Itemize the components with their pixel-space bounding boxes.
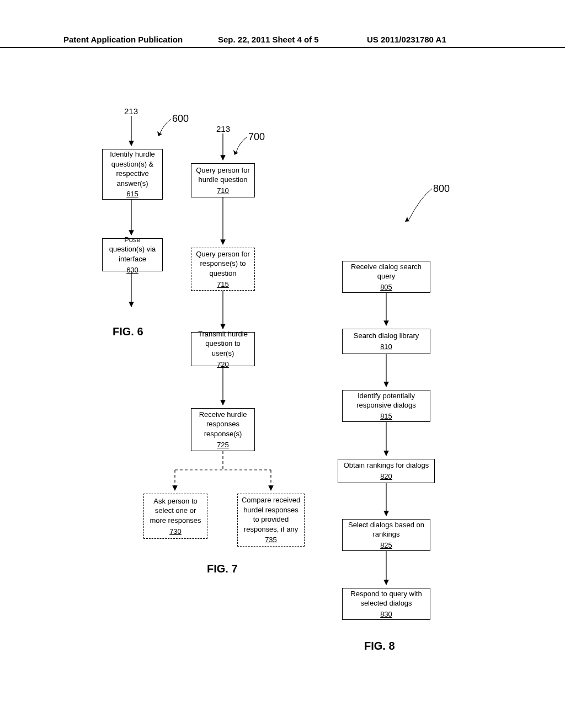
label-800: 800 xyxy=(433,183,450,195)
box-830: Respond to query with selected dialogs 8… xyxy=(342,588,430,620)
header-center: Sep. 22, 2011 Sheet 4 of 5 xyxy=(218,35,319,44)
label-213-b: 213 xyxy=(216,124,230,133)
box-735: Compare received hurdel responses to pro… xyxy=(237,494,305,547)
box-725-num: 725 xyxy=(217,440,229,450)
label-700: 700 xyxy=(248,131,265,143)
box-730-text: Ask person to select one or more respons… xyxy=(147,496,204,526)
box-730: Ask person to select one or more respons… xyxy=(143,494,207,539)
box-830-text: Respond to query with selected dialogs xyxy=(346,589,427,608)
box-815: Identify potentially responsive dialogs … xyxy=(342,390,430,422)
box-735-text: Compare received hurdel responses to pro… xyxy=(241,495,301,534)
box-630-text: Pose question(s) via interface xyxy=(106,235,159,264)
box-710-text: Query person for hurdle question xyxy=(195,165,251,185)
box-725-text: Receive hurdle responses response(s) xyxy=(195,410,251,439)
box-615-num: 615 xyxy=(126,189,138,199)
box-715-num: 715 xyxy=(217,280,229,290)
box-815-text: Identify potentially responsive dialogs xyxy=(346,391,427,410)
box-810: Search dialog library 810 xyxy=(342,329,430,354)
box-815-num: 815 xyxy=(380,411,392,421)
fig6-caption: FIG. 6 xyxy=(113,325,143,338)
header-right: US 2011/0231780 A1 xyxy=(367,35,446,44)
box-820-text: Obtain rankings for dialogs xyxy=(344,461,429,470)
box-720: Transmit hurdle question to user(s) 720 xyxy=(191,332,255,366)
label-600: 600 xyxy=(172,113,189,125)
box-820-num: 820 xyxy=(380,472,392,481)
connectors-svg xyxy=(0,0,565,728)
box-735-num: 735 xyxy=(265,535,277,545)
box-805: Receive dialog search query 805 xyxy=(342,261,430,293)
box-825: Select dialogs based on rankings 825 xyxy=(342,519,430,551)
header-rule xyxy=(0,47,565,48)
box-630-num: 630 xyxy=(126,265,138,275)
box-715-text: Query person for response(s) to question xyxy=(195,249,251,279)
box-615: Identify hurdle question(s) & respective… xyxy=(102,149,163,200)
box-725: Receive hurdle responses response(s) 725 xyxy=(191,408,255,451)
fig8-caption: FIG. 8 xyxy=(364,640,395,652)
box-615-text: Identify hurdle question(s) & respective… xyxy=(106,149,159,188)
box-820: Obtain rankings for dialogs 820 xyxy=(338,459,435,483)
box-710-num: 710 xyxy=(217,186,229,196)
box-810-num: 810 xyxy=(380,342,392,352)
box-710: Query person for hurdle question 710 xyxy=(191,163,255,197)
label-213-a: 213 xyxy=(124,106,138,116)
box-630: Pose question(s) via interface 630 xyxy=(102,238,163,271)
box-825-text: Select dialogs based on rankings xyxy=(346,520,427,539)
box-730-num: 730 xyxy=(169,527,182,537)
patent-page: Patent Application Publication Sep. 22, … xyxy=(0,0,565,728)
fig7-caption: FIG. 7 xyxy=(207,563,238,575)
box-810-text: Search dialog library xyxy=(354,331,419,341)
box-720-num: 720 xyxy=(217,360,229,370)
box-805-num: 805 xyxy=(380,282,392,292)
box-715: Query person for response(s) to question… xyxy=(191,248,255,291)
header-left: Patent Application Publication xyxy=(63,35,183,44)
box-720-text: Transmit hurdle question to user(s) xyxy=(195,329,251,358)
box-830-num: 830 xyxy=(380,609,392,619)
box-805-text: Receive dialog search query xyxy=(346,262,427,281)
box-825-num: 825 xyxy=(380,540,392,550)
